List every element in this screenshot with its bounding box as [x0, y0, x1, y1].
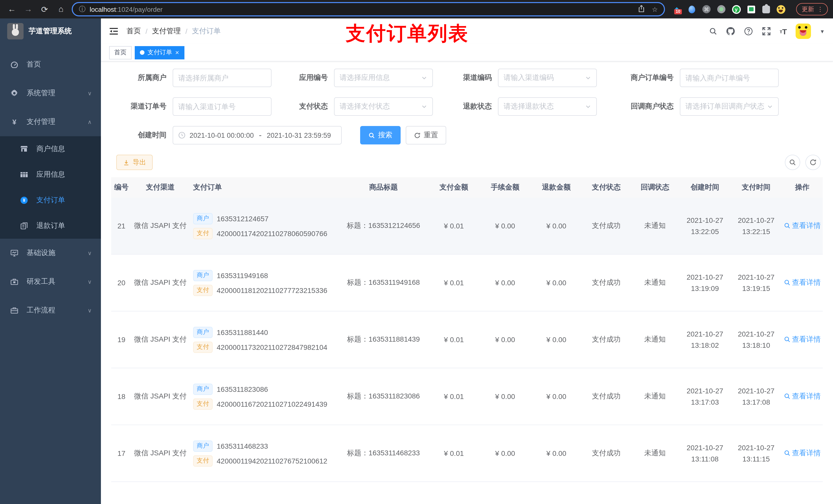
sidebar-item-system[interactable]: 系统管理 ∨	[0, 79, 101, 107]
range-start: 2021-10-01 00:00:00	[190, 131, 254, 139]
extensions-row: ◆10 ⌘ y 更新 ⋮	[672, 3, 828, 15]
sidebar-item-workflow[interactable]: 工作流程 ∨	[0, 296, 101, 325]
refresh-table-button[interactable]	[805, 155, 821, 170]
toolbox-icon	[10, 278, 19, 286]
view-detail-link[interactable]: 查看详情	[784, 278, 821, 287]
active-dot-icon	[140, 50, 144, 55]
sidebar-fold-icon[interactable]	[109, 27, 118, 36]
sidebar-item-merchant-info[interactable]: 商户信息	[0, 136, 101, 162]
table-row[interactable]: 20 微信 JSAPI 支付 商户1635311949168 支付4200001…	[111, 255, 823, 311]
user-avatar[interactable]	[795, 24, 811, 39]
search-icon	[784, 450, 790, 457]
main-panel: 支付订单列表 首页 / 支付管理 / 支付订单	[101, 19, 833, 504]
extension-chat-icon[interactable]	[746, 5, 756, 14]
refund-status-select[interactable]: 请选择退款状态	[498, 97, 597, 116]
sidebar-item-app-info[interactable]: 应用信息	[0, 162, 101, 188]
sidebar-item-dev-tools[interactable]: 研发工具 ∨	[0, 267, 101, 296]
github-icon[interactable]	[726, 27, 735, 36]
avatar-caret-icon[interactable]: ▼	[820, 28, 825, 34]
merchant-order-no-input[interactable]	[680, 69, 779, 87]
grid-icon	[20, 171, 28, 179]
extension-command-icon[interactable]: ⌘	[702, 5, 711, 14]
table-row[interactable]: 商户1635311451796	[111, 482, 823, 504]
reload-icon[interactable]: ⟳	[38, 3, 51, 16]
sidebar: 芋道管理系统 首页 系统管理 ∨ ¥ 支付管理 ∧	[0, 19, 101, 504]
extension-record-icon[interactable]	[717, 5, 726, 14]
extension-balloon-icon[interactable]	[687, 5, 696, 14]
search-icon	[368, 132, 375, 139]
merchant-select[interactable]	[173, 69, 271, 87]
export-button[interactable]: 导出	[116, 155, 153, 170]
channel-order-no-input[interactable]	[173, 97, 271, 116]
sidebar-logo[interactable]: 芋道管理系统	[0, 19, 101, 44]
extension-y-icon[interactable]: y	[732, 5, 741, 14]
notify-status-select[interactable]: 请选择订单回调商户状态	[680, 97, 779, 116]
tab-home[interactable]: 首页	[109, 46, 132, 59]
merchant-tag: 商户	[193, 270, 213, 281]
chevron-down-icon	[585, 103, 591, 110]
back-icon[interactable]: ←	[5, 3, 19, 16]
pay-tag: 支付	[193, 398, 213, 409]
view-detail-link[interactable]: 查看详情	[784, 221, 821, 231]
extension-badge: 10	[674, 9, 682, 14]
breadcrumb-payment[interactable]: 支付管理	[152, 27, 181, 36]
toggle-search-button[interactable]	[785, 155, 800, 170]
extension-diamond-icon[interactable]: ◆10	[672, 5, 681, 14]
profile-avatar-icon[interactable]	[776, 5, 785, 14]
yen-circle-icon: ¥	[20, 196, 28, 205]
screen: ← → ⟳ ⌂ ⓘ localhost:1024/pay/order ☆ ◆10…	[0, 0, 833, 504]
search-icon	[784, 280, 790, 286]
table-row[interactable]: 17 微信 JSAPI 支付 商户1635311468233 支付4200001…	[111, 425, 823, 482]
extensions-puzzle-icon[interactable]	[761, 5, 770, 14]
fullscreen-icon[interactable]	[762, 27, 771, 36]
reset-button[interactable]: 重置	[406, 126, 446, 144]
chevron-down-icon	[421, 75, 427, 81]
table-row[interactable]: 19 微信 JSAPI 支付 商户1635311881440 支付4200001…	[111, 311, 823, 368]
chevron-down-icon	[585, 75, 591, 81]
table-row[interactable]: 18 微信 JSAPI 支付 商户1635311823086 支付4200001…	[111, 368, 823, 425]
close-tab-icon[interactable]: ×	[175, 49, 179, 56]
merchant-tag: 商户	[193, 213, 213, 224]
store-icon	[20, 145, 28, 153]
pay-status-select[interactable]: 请选择支付状态	[334, 97, 433, 116]
chevron-down-icon	[767, 103, 773, 110]
chevron-down-icon: ∨	[88, 90, 92, 97]
forward-icon[interactable]: →	[22, 3, 35, 16]
sidebar-item-infrastructure[interactable]: 基础设施 ∨	[0, 239, 101, 267]
table-header: 编号支付渠道 支付订单商品标题 支付金额手续金额 退款金额支付状态 回调状态创建…	[111, 177, 823, 198]
orders-table: 编号支付渠道 支付订单商品标题 支付金额手续金额 退款金额支付状态 回调状态创建…	[111, 177, 823, 504]
help-icon[interactable]	[744, 27, 753, 36]
update-label: 更新	[802, 5, 814, 14]
merchant-tag: 商户	[193, 440, 213, 452]
view-detail-link[interactable]: 查看详情	[784, 392, 821, 401]
bookmark-star-icon[interactable]: ☆	[652, 5, 658, 13]
site-info-icon[interactable]: ⓘ	[79, 5, 86, 14]
create-time-range-picker[interactable]: 2021-10-01 00:00:00 - 2021-10-31 23:59:5…	[173, 126, 342, 144]
address-bar[interactable]: ⓘ localhost:1024/pay/order ☆	[72, 2, 665, 16]
tab-pay-order[interactable]: 支付订单 ×	[135, 46, 184, 59]
view-detail-link[interactable]: 查看详情	[784, 335, 821, 344]
breadcrumb-home[interactable]: 首页	[126, 27, 141, 36]
font-size-icon[interactable]: тT	[780, 27, 787, 35]
range-end: 2021-10-31 23:59:59	[267, 131, 331, 139]
share-icon[interactable]	[638, 4, 646, 14]
header-search-icon[interactable]	[709, 27, 717, 35]
sidebar-item-payment[interactable]: ¥ 支付管理 ∧	[0, 107, 101, 136]
merchant-tag: 商户	[193, 383, 213, 394]
browser-update-button[interactable]: 更新 ⋮	[796, 3, 828, 15]
page-content: 所属商户 应用编号 请选择应用信息 渠道编码 请输入渠道编码 商户订单编号 渠道…	[101, 62, 833, 504]
app-select[interactable]: 请选择应用信息	[334, 69, 433, 87]
search-button[interactable]: 搜索	[360, 126, 401, 144]
table-row[interactable]: 21 微信 JSAPI 支付 商户1635312124657 支付4200001…	[111, 198, 823, 255]
document-icon	[20, 222, 28, 230]
sidebar-item-pay-order[interactable]: ¥ 支付订单	[0, 188, 101, 213]
home-icon[interactable]: ⌂	[54, 3, 68, 16]
view-detail-link[interactable]: 查看详情	[784, 449, 821, 458]
pay-tag: 支付	[193, 455, 213, 466]
chevron-down-icon: ∨	[88, 250, 92, 256]
sidebar-item-refund-order[interactable]: 退款订单	[0, 213, 101, 239]
chevron-down-icon: ∨	[88, 307, 92, 314]
sidebar-item-home[interactable]: 首页	[0, 50, 101, 79]
channel-code-select[interactable]: 请输入渠道编码	[498, 69, 597, 87]
browser-menu-icon[interactable]: ⋮	[817, 6, 823, 13]
